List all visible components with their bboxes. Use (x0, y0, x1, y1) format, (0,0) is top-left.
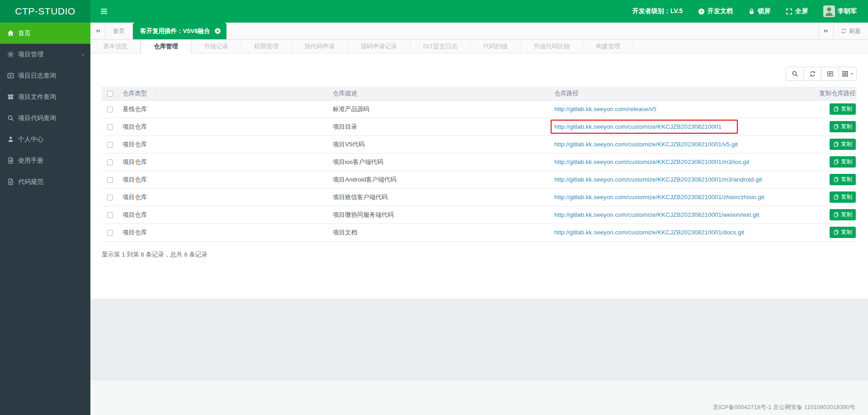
copy-button[interactable]: 复制 (830, 227, 856, 238)
sidebar-item-label: 代码规范 (18, 178, 43, 186)
copy-button[interactable]: 复制 (830, 139, 856, 150)
sort-icon[interactable] (154, 90, 159, 96)
copy-button[interactable]: 复制 (830, 191, 856, 203)
fullscreen-icon (786, 8, 793, 15)
copy-button-label: 复制 (841, 123, 852, 131)
sidebar-item-label: 项目文件查询 (18, 93, 56, 101)
subtab-7[interactable]: 代码扫描 (471, 40, 521, 53)
repo-url-link[interactable]: http://gitlab.kk.seeyon.com/customize/KK… (554, 123, 722, 130)
top-navbar: 开发者级别：LV.5 ? 开发文档 锁屏 全屏 李朝军 (90, 0, 868, 23)
sidebar-item-user-manual[interactable]: W使用手册 (0, 150, 90, 171)
repo-type-cell: 项目仓库 (120, 188, 330, 206)
subtab-3[interactable]: 权限管理 (241, 40, 292, 53)
repo-type-cell: 项目仓库 (120, 171, 330, 188)
sidebar-toggle-icon[interactable] (97, 5, 111, 18)
home-icon (7, 30, 14, 37)
repo-url-link[interactable]: http://gitlab.kk.seeyon.com/release/v5 (554, 106, 656, 112)
table-row: 项目仓库项目V5代码http://gitlab.kk.seeyon.com/cu… (102, 135, 857, 153)
copy-button-label: 复制 (841, 211, 852, 219)
repo-url-link[interactable]: http://gitlab.kk.seeyon.com/customize/KK… (554, 229, 744, 236)
caret-down-icon (850, 72, 854, 76)
log-icon (7, 72, 14, 79)
sidebar-item-home[interactable]: 首页 (0, 23, 90, 44)
repo-type-cell: 项目仓库 (120, 153, 330, 171)
refresh-icon (841, 28, 847, 34)
repo-url-link[interactable]: http://gitlab.kk.seeyon.com/customize/KK… (554, 211, 759, 218)
columns-button[interactable] (839, 67, 857, 81)
refresh-tab-button[interactable]: 刷新 (834, 23, 868, 39)
user-icon (7, 136, 14, 143)
row-checkbox[interactable] (107, 107, 113, 112)
row-checkbox[interactable] (107, 195, 113, 201)
subtab-6[interactable]: GIT提交日志 (410, 40, 471, 53)
copy-button[interactable]: 复制 (830, 156, 856, 168)
subtab-9[interactable]: 构建管理 (583, 40, 633, 53)
column-header-repo-type[interactable]: 仓库类型 (120, 87, 330, 100)
subtab-4[interactable]: 源代码申请 (292, 40, 348, 53)
table-row: 项目仓库项目目录http://gitlab.kk.seeyon.com/cust… (102, 118, 857, 135)
user-menu[interactable]: 李朝军 (823, 5, 857, 17)
sidebar-menu: 首页项目管理‹项目日志查询项目文件查询项目代码查询个人中心W使用手册代码规范 (0, 23, 90, 415)
fullscreen-button[interactable]: 全屏 (786, 7, 808, 15)
subtab-1[interactable]: 仓库管理 (141, 40, 191, 54)
app-logo[interactable]: CTP-STUDIO (0, 0, 90, 23)
table-row: 项目仓库项目Android客户端代码http://gitlab.kk.seeyo… (102, 171, 857, 188)
copy-button[interactable]: 复制 (830, 209, 856, 220)
copy-button[interactable]: 复制 (830, 121, 856, 132)
row-checkbox[interactable] (107, 230, 113, 236)
repo-table-body: 基线仓库标准产品源码http://gitlab.kk.seeyon.com/re… (102, 100, 857, 241)
sidebar-item-personal-center[interactable]: 个人中心 (0, 129, 90, 150)
annotation-red-box: http://gitlab.kk.seeyon.com/customize/KK… (551, 120, 738, 134)
avatar (823, 5, 835, 17)
sidebar-item-project-log[interactable]: 项目日志查询 (0, 65, 90, 86)
subtab-2[interactable]: 升级记录 (191, 40, 241, 53)
lock-screen-button[interactable]: 锁屏 (748, 7, 770, 15)
tabstrip-spacer (226, 23, 819, 39)
sidebar-item-project-manage[interactable]: 项目管理‹ (0, 44, 90, 65)
repo-url-link[interactable]: http://gitlab.kk.seeyon.com/customize/KK… (554, 194, 764, 201)
repo-desc-cell: 项目文档 (330, 224, 552, 241)
search-button[interactable] (786, 67, 804, 81)
row-checkbox[interactable] (107, 142, 113, 148)
copy-button[interactable]: 复制 (830, 174, 856, 185)
sidebar-item-project-code[interactable]: 项目代码查询 (0, 107, 90, 129)
tabs-scroll-left-button[interactable] (90, 23, 105, 39)
row-checkbox[interactable] (107, 124, 113, 130)
row-checkbox[interactable] (107, 177, 113, 183)
column-header-repo-path: 仓库路径 (552, 87, 798, 100)
subtab-bar: 基本信息仓库管理升级记录权限管理源代码申请源码申请记录GIT提交日志代码扫描升级… (90, 40, 868, 53)
repo-url-link[interactable]: http://gitlab.kk.seeyon.com/customize/KK… (554, 159, 749, 165)
table-row: 项目仓库项目致信客户端代码http://gitlab.kk.seeyon.com… (102, 188, 857, 206)
repo-type-cell: 项目仓库 (120, 224, 330, 241)
row-checkbox[interactable] (107, 212, 113, 218)
subtab-0[interactable]: 基本信息 (90, 40, 141, 53)
select-all-checkbox[interactable] (107, 91, 113, 97)
sidebar-item-project-file[interactable]: 项目文件查询 (0, 86, 90, 107)
tabs-scroll-right-button[interactable] (819, 23, 834, 39)
repository-table: 仓库类型 仓库描述 仓库路径 复制仓库路径 基线仓库标准产品源码http://g… (102, 87, 857, 242)
tab-home[interactable]: 首页 (105, 23, 133, 39)
copy-button[interactable]: 复制 (830, 103, 856, 115)
sidebar-item-label: 项目管理 (18, 51, 43, 59)
tab-close-icon[interactable] (214, 28, 221, 34)
copy-button-label: 复制 (841, 140, 852, 148)
sidebar-item-label: 项目代码查询 (18, 114, 56, 122)
dev-docs-link[interactable]: ? 开发文档 (698, 7, 733, 15)
repo-desc-cell: 项目Android客户端代码 (330, 171, 552, 188)
refresh-table-button[interactable] (803, 67, 821, 81)
page-footer: 京ICP备05042718号-1 京公网安备 11010802018390号 (90, 380, 868, 415)
subtab-8[interactable]: 升级代码比较 (521, 40, 583, 53)
question-circle-icon: ? (698, 8, 705, 15)
repo-url-link[interactable]: http://gitlab.kk.seeyon.com/customize/KK… (554, 176, 762, 183)
repo-url-link[interactable]: http://gitlab.kk.seeyon.com/customize/KK… (554, 141, 738, 148)
table-row: 项目仓库项目微协同服务端代码http://gitlab.kk.seeyon.co… (102, 206, 857, 224)
column-header-repo-desc: 仓库描述 (330, 87, 552, 100)
repo-desc-cell: 项目目录 (330, 118, 552, 135)
subtab-5[interactable]: 源码申请记录 (348, 40, 410, 53)
detail-view-button[interactable] (821, 67, 839, 81)
sidebar-item-code-standard[interactable]: 代码规范 (0, 171, 90, 192)
tab-active-plugin[interactable]: 客开复用插件：V5V8融合 (133, 23, 226, 39)
repo-desc-cell: 项目微协同服务端代码 (330, 206, 552, 224)
sidebar-item-label: 个人中心 (18, 135, 43, 144)
row-checkbox[interactable] (107, 159, 113, 165)
